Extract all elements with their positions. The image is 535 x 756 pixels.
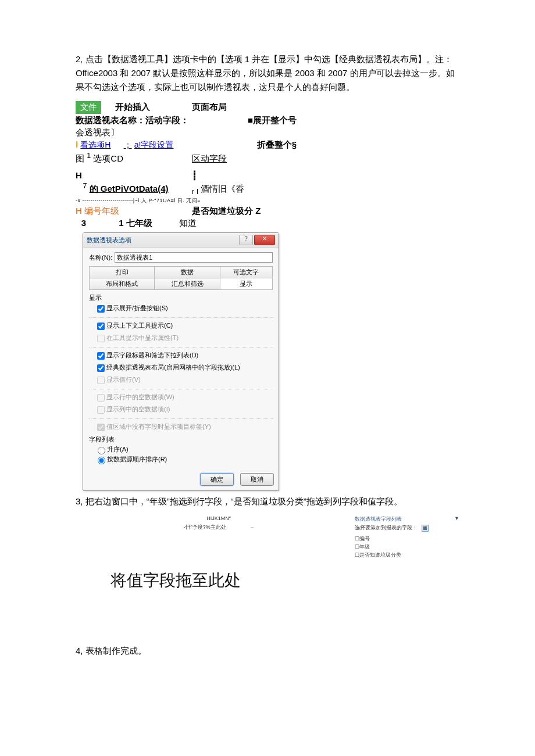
tu-label: 图: [76, 153, 84, 163]
section-fieldlist: 字段列表: [89, 435, 273, 444]
chk-classic-layout[interactable]: 经典数据透视表布局(启用网格中的字段拖放)(L): [95, 363, 273, 374]
radio-source[interactable]: 按数据源顺序排序(R): [95, 455, 273, 464]
wine-text: 酒情旧《香: [201, 184, 244, 194]
field-num[interactable]: ☐编号: [355, 535, 459, 543]
tiny-dash-icon: –: [251, 524, 254, 530]
arrow-dots: ┋: [192, 170, 197, 181]
field-knowtrash[interactable]: ☐是否知道垃圾分类: [355, 551, 459, 559]
chk-context-tip[interactable]: 显示上下文工具提示(C): [95, 321, 273, 332]
fieldlist-area: HIJK1MN" -忏”予度?%主此处 – 数据透视表字段列表 ▼ 选择要添加到…: [83, 515, 459, 559]
close-button[interactable]: ✕: [254, 235, 275, 245]
ribbon-area: 文件 开始插入 页面布局 数据透视表名称：活动字段： ■展开整个号 会透视表〕 …: [76, 101, 459, 229]
step-4-text: 4, 表格制作完成。: [76, 644, 459, 658]
chk-empty-col: 显示列中的空数据项(I): [95, 404, 273, 415]
zone-field: 区动字段: [192, 153, 227, 163]
pivot-name-label: 数据透视表名称：活动字段：: [76, 115, 192, 126]
chk-attr-tip: 在工具提示中显示属性(T): [95, 333, 273, 344]
dialog-titlebar: 数据透视表选项 ? ✕: [83, 233, 279, 248]
sup-seven: 7: [83, 182, 87, 190]
step-3-text: 3, 把右边窗口中，“年级”拖选到行字段，“是否知道垃圾分类”拖选到列字段和值字…: [76, 495, 459, 508]
radio-asc[interactable]: 升序(A): [95, 445, 273, 454]
one-seven: 1 七年级: [92, 218, 179, 229]
dash-line: -x -------------------------j~i 人 P-"71U…: [76, 197, 459, 205]
tab-strip: 打印 数据 可选文字 布局和格式 汇总和筛选 显示: [89, 266, 273, 290]
know-trash: 是否知道垃圾分 Z: [192, 206, 297, 217]
dialog-title: 数据透视表选项: [87, 236, 131, 245]
ribbon-start-insert: 开始插入: [115, 102, 150, 112]
collapse-label: 折叠整个§: [192, 139, 297, 151]
field-setup-link[interactable]: a!字段设置: [134, 140, 174, 149]
h-label: H: [76, 170, 192, 180]
panel-dropdown-icon[interactable]: ▼: [454, 515, 459, 521]
field-grade[interactable]: ☐年级: [355, 543, 459, 551]
tab-alttext[interactable]: 可选文字: [220, 267, 272, 278]
tab-data[interactable]: 数据: [155, 267, 220, 278]
chk-value-row: 显示值行(V): [95, 375, 273, 386]
tab-totals[interactable]: 汇总和筛选: [155, 278, 220, 290]
know-cell: 知道: [179, 218, 197, 229]
chk-expand-collapse[interactable]: 显示展开/折叠按钮(S): [95, 303, 273, 314]
tab-display[interactable]: 显示: [220, 278, 272, 290]
drop-zone-text: 将值字段拖至此处: [110, 569, 459, 592]
semicolon-link: ；: [124, 140, 132, 149]
getpivot-link[interactable]: 的 GetPiVOtData(4): [90, 184, 169, 194]
ri-sub: r I: [192, 188, 198, 196]
panel-title: 数据透视表字段列表: [355, 516, 402, 522]
center-sub: -忏”予度?%主此处 –: [83, 524, 355, 531]
hui-pivot: 会透视表〕: [76, 127, 192, 138]
ribbon-page-layout: 页面布局: [192, 102, 297, 113]
expand-label: ■展开整个号: [192, 115, 297, 126]
pivot-options-dialog: 数据透视表选项 ? ✕ 名称(N): 打印 数据 可选文字 布局和格式 汇总和筛…: [83, 232, 279, 491]
center-top: HIJK1MN": [83, 515, 355, 521]
step-2-text: 2, 点击【数据透视工具】选项卡中的【选项 1 并在【显示】中勾选【经典数据透视…: [76, 52, 459, 94]
chk-field-titles[interactable]: 显示字段标题和筛选下拉列表(D): [95, 350, 273, 361]
cancel-button[interactable]: 取消: [240, 473, 274, 486]
fieldlist-panel: 数据透视表字段列表 ▼ 选择要添加到报表的字段： ▦ ☐编号 ☐年级 ☐是否知道…: [355, 515, 459, 559]
name-label: 名称(N):: [89, 253, 112, 262]
sup-one: 1: [87, 152, 91, 160]
chk-nofield-label: 值区域中没有字段时显示项目标签(Y): [95, 422, 273, 433]
three-cell: 3: [76, 218, 92, 228]
opt-cd: 选项CD: [93, 153, 123, 163]
help-button[interactable]: ?: [239, 235, 253, 245]
tab-print[interactable]: 打印: [90, 267, 155, 278]
file-button[interactable]: 文件: [76, 101, 101, 114]
chk-empty-row: 显示行中的空数据项(W): [95, 392, 273, 403]
pick-label: 选择要添加到报表的字段：: [355, 525, 418, 531]
layout-icon[interactable]: ▦: [422, 525, 429, 532]
tab-layout[interactable]: 布局和格式: [90, 278, 155, 290]
section-display: 显示: [89, 293, 273, 302]
option-h-link[interactable]: 看选项H: [80, 140, 110, 149]
name-input[interactable]: [115, 252, 273, 263]
num-grade: H 编号年级: [76, 206, 192, 217]
ok-button[interactable]: 确定: [200, 473, 234, 486]
